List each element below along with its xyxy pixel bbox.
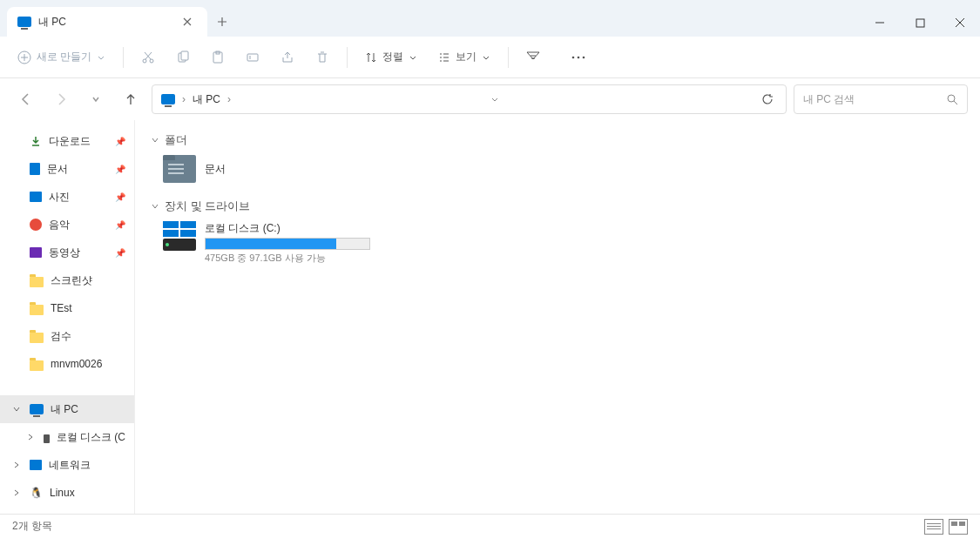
sidebar-item-music[interactable]: 음악 📌 — [0, 211, 134, 239]
sidebar-item-label: mnvm0026 — [51, 358, 102, 370]
sidebar-item-label: 다운로드 — [49, 134, 91, 149]
more-button[interactable] — [563, 42, 594, 73]
sidebar-item-pictures[interactable]: 사진 📌 — [0, 183, 134, 211]
sidebar-item-label: 검수 — [51, 329, 71, 344]
sidebar-item-network[interactable]: 네트워크 — [0, 451, 134, 479]
close-window-button[interactable] — [940, 9, 980, 37]
cut-button[interactable] — [132, 42, 164, 73]
new-button[interactable]: 새로 만들기 — [9, 44, 114, 70]
back-button[interactable] — [12, 85, 40, 113]
sidebar-item-linux[interactable]: 🐧 Linux — [0, 479, 134, 507]
section-title: 폴더 — [165, 132, 187, 148]
svg-point-10 — [578, 56, 580, 58]
sidebar-item-label: 네트워크 — [49, 458, 91, 473]
section-title: 장치 및 드라이브 — [165, 199, 250, 214]
copy-button[interactable] — [167, 42, 199, 73]
sidebar-item-label: 사진 — [49, 190, 70, 205]
chevron-down-icon[interactable] — [12, 405, 21, 414]
search-icon — [946, 93, 958, 105]
chevron-down-icon — [151, 202, 159, 211]
toolbar: 새로 만들기 정렬 보기 — [0, 37, 980, 78]
pin-icon: 📌 — [115, 165, 125, 174]
section-devices-header[interactable]: 장치 및 드라이브 — [151, 199, 964, 214]
breadcrumb-separator[interactable]: › — [227, 93, 231, 105]
tab-my-pc[interactable]: 내 PC — [7, 7, 207, 37]
address-location[interactable]: 내 PC — [193, 92, 220, 107]
search-input[interactable] — [803, 93, 946, 105]
drive-item-c[interactable]: 로컬 디스크 (C:) 475GB 중 97.1GB 사용 가능 — [163, 221, 964, 265]
sidebar-item-screenshots[interactable]: 스크린샷 — [0, 266, 134, 294]
section-folders-header[interactable]: 폴더 — [151, 132, 964, 148]
svg-rect-0 — [916, 19, 924, 27]
sidebar-item-label: 로컬 디스크 (C — [57, 430, 125, 445]
sidebar-item-label: Linux — [50, 487, 75, 499]
sidebar-item-mnvm0026[interactable]: mnvm0026 — [0, 350, 134, 378]
chevron-down-icon — [151, 136, 159, 145]
pin-icon: 📌 — [115, 248, 125, 258]
folder-item-documents[interactable]: 문서 — [163, 155, 964, 183]
address-bar[interactable]: › 내 PC › — [152, 84, 787, 114]
chevron-right-icon[interactable] — [26, 433, 35, 441]
sidebar-item-label: 문서 — [47, 162, 68, 177]
network-icon — [30, 460, 42, 470]
svg-point-12 — [948, 95, 955, 102]
share-button[interactable] — [272, 42, 303, 73]
filter-button[interactable] — [517, 42, 549, 73]
titlebar: 내 PC — [0, 0, 980, 37]
svg-rect-8 — [247, 54, 258, 61]
separator — [347, 47, 348, 68]
sidebar-item-label: TEst — [51, 302, 72, 314]
chevron-right-icon[interactable] — [12, 461, 21, 469]
sidebar-item-documents[interactable]: 문서 📌 — [0, 155, 134, 183]
folder-icon — [30, 333, 44, 343]
pc-icon — [17, 17, 31, 27]
sidebar-item-local-disk[interactable]: 로컬 디스크 (C — [0, 423, 134, 451]
folder-name: 문서 — [205, 162, 226, 177]
forward-button[interactable] — [47, 85, 75, 113]
svg-rect-5 — [181, 51, 188, 60]
folder-icon — [30, 360, 44, 371]
navbar: › 내 PC › — [0, 78, 980, 120]
sidebar-item-label: 내 PC — [51, 402, 78, 417]
address-dropdown[interactable] — [490, 95, 499, 104]
new-tab-button[interactable] — [207, 7, 237, 37]
tab-close-button[interactable] — [178, 16, 197, 28]
pictures-icon — [30, 192, 42, 202]
details-view-button[interactable] — [924, 519, 943, 535]
sort-label: 정렬 — [382, 50, 403, 64]
svg-point-11 — [583, 56, 585, 58]
pc-icon — [30, 404, 44, 414]
window-controls — [860, 9, 980, 37]
paste-button[interactable] — [202, 42, 233, 73]
svg-point-9 — [572, 56, 575, 58]
refresh-button[interactable] — [758, 90, 777, 109]
minimize-button[interactable] — [860, 9, 900, 37]
content: 다운로드 📌 문서 📌 사진 📌 음악 📌 동영상 📌 스크린샷 — [0, 120, 980, 514]
sidebar-item-label: 동영상 — [49, 246, 80, 260]
sort-button[interactable]: 정렬 — [356, 44, 426, 70]
view-button[interactable]: 보기 — [429, 44, 499, 70]
tab-title: 내 PC — [38, 15, 66, 30]
download-icon — [30, 135, 42, 147]
folder-icon — [30, 277, 44, 287]
rename-button[interactable] — [237, 42, 268, 73]
delete-button[interactable] — [307, 42, 338, 73]
sidebar-item-downloads[interactable]: 다운로드 📌 — [0, 127, 134, 155]
search-box[interactable] — [794, 84, 968, 114]
drive-icon — [163, 221, 196, 265]
linux-icon: 🐧 — [30, 487, 43, 499]
sidebar-item-label: 스크린샷 — [51, 273, 92, 288]
document-icon — [30, 163, 40, 175]
up-button[interactable] — [117, 85, 145, 113]
documents-folder-icon — [163, 155, 196, 183]
recent-locations-button[interactable] — [82, 85, 110, 113]
sidebar-item-test[interactable]: TEst — [0, 294, 134, 322]
sidebar-item-my-pc[interactable]: 내 PC — [0, 395, 134, 423]
chevron-right-icon[interactable] — [12, 488, 21, 497]
sidebar-item-videos[interactable]: 동영상 📌 — [0, 239, 134, 266]
maximize-button[interactable] — [900, 9, 940, 37]
sidebar-item-review[interactable]: 검수 — [0, 322, 134, 350]
folder-icon — [30, 305, 44, 315]
music-icon — [30, 219, 42, 231]
icons-view-button[interactable] — [949, 519, 968, 535]
